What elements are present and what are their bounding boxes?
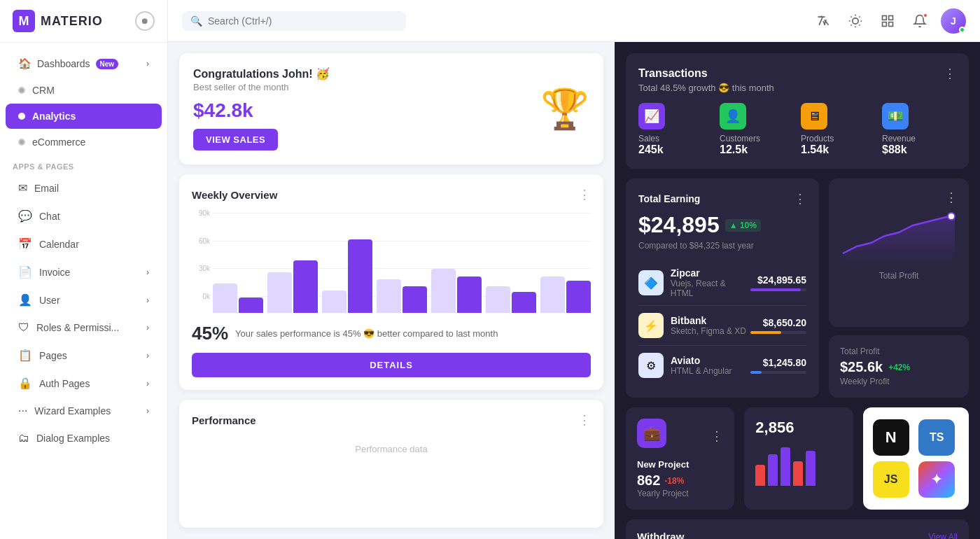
details-button[interactable]: DETAILS (192, 353, 591, 377)
bar-group (213, 284, 263, 313)
bitbank-bar (750, 331, 806, 334)
txn-sales-label: Sales (638, 134, 713, 144)
sidebar-item-crm[interactable]: CRM (6, 78, 162, 103)
sidebar-item-invoice[interactable]: 📄 Invoice › (6, 258, 162, 286)
chevron-icon: › (146, 351, 149, 360)
apps-section-label: APPS & PAGES (0, 155, 167, 174)
sidebar-item-wizard[interactable]: ··· Wizard Examples › (6, 398, 162, 424)
search-box[interactable]: 🔍 (182, 11, 406, 31)
trophy-icon: 🏆 (540, 86, 589, 132)
sales-icon: 📈 (644, 108, 659, 124)
withdraw-view-all[interactable]: View All (928, 532, 958, 540)
bar-group (322, 239, 372, 313)
sidebar-item-label: Invoice (39, 267, 70, 278)
txn-sales-value: 245k (638, 144, 713, 156)
tech-logo-figma: ✦ (918, 461, 955, 498)
svg-rect-10 (889, 15, 893, 20)
zipcar-value: $24,895.65 (750, 274, 806, 286)
bar-blue (213, 284, 237, 313)
project-menu[interactable]: ⋮ (710, 428, 723, 444)
sidebar-item-pages[interactable]: 📋 Pages › (6, 342, 162, 369)
notification-icon[interactable] (909, 10, 931, 32)
bar-blue (540, 276, 565, 313)
sidebar-item-analytics[interactable]: Analytics (6, 104, 162, 129)
aviato-bar (750, 371, 806, 374)
bitbank-name: Bitbank (671, 315, 746, 326)
sidebar-item-roles[interactable]: 🛡 Roles & Permissi... › (6, 314, 162, 341)
zipcar-tech: Vuejs, React & HTML (671, 279, 750, 298)
txn-customers-value: 12.5k (720, 144, 794, 156)
svg-line-4 (859, 24, 860, 25)
zipcar-bar-fill (750, 288, 801, 291)
bar-blue (322, 290, 346, 313)
user-icon: 👤 (18, 293, 32, 307)
avatar[interactable]: J (941, 8, 966, 34)
theme-icon[interactable] (844, 10, 867, 32)
grid-label-30: 30k (192, 265, 210, 272)
sidebar-item-email[interactable]: ✉ Email (6, 174, 162, 202)
bars (213, 209, 591, 314)
bitbank-tech: Sketch, Figma & XD (671, 326, 746, 336)
sidebar-item-user[interactable]: 👤 User › (6, 286, 162, 314)
congrats-content: Congratulations John! 🥳 Best seller of t… (193, 67, 330, 150)
profit-menu[interactable]: ⋮ (945, 190, 958, 205)
sidebar-item-label: Email (34, 183, 59, 194)
sidebar-item-chat[interactable]: 💬 Chat (6, 202, 162, 230)
sidebar-item-ecommerce[interactable]: eCommerce (6, 130, 162, 155)
sidebar: M MATERIO ⏺ 🏠 Dashboards New › CRM Analy… (0, 0, 168, 539)
bar-group (486, 286, 536, 313)
sidebar-item-calendar[interactable]: 📅 Calendar (6, 230, 162, 258)
profit-chart-label: Total Profit (840, 271, 958, 281)
translate-icon[interactable] (812, 10, 834, 32)
congrats-subtitle: Best seller of the month (193, 82, 330, 92)
earning-menu[interactable]: ⋮ (794, 191, 806, 206)
bar-blue (267, 272, 292, 313)
bitbank-info: ⚡ Bitbank Sketch, Figma & XD (638, 313, 746, 338)
grid-icon[interactable] (876, 10, 899, 32)
search-input[interactable] (208, 15, 398, 27)
transactions-card: Transactions ⋮ Total 48.5% growth 😎 this… (626, 53, 969, 169)
row-1: Congratulations John! 🥳 Best seller of t… (179, 53, 603, 164)
aviato-name: Aviato (671, 355, 732, 366)
mini-bar (780, 447, 790, 486)
roles-icon: 🛡 (18, 321, 29, 334)
txn-revenue-value: $88k (882, 144, 956, 156)
search-icon: 🔍 (190, 15, 202, 27)
txn-item-sales: 📈 Sales 245k (638, 103, 713, 156)
mini-bar (755, 465, 765, 486)
bitbank-value: $8,650.20 (750, 317, 806, 328)
chevron-icon: › (146, 295, 149, 305)
aviato-value: $1,245.80 (750, 357, 806, 368)
bar-purple (402, 286, 427, 313)
performance-menu[interactable]: ⋮ (578, 412, 591, 428)
txn-menu[interactable]: ⋮ (944, 66, 956, 81)
txn-item-products: 🖥 Products 1.54k (801, 103, 875, 156)
sidebar-item-dashboards[interactable]: 🏠 Dashboards New › (6, 50, 162, 77)
record-icon[interactable]: ⏺ (135, 11, 155, 31)
nav-dot-icon (18, 113, 25, 120)
company-row-bitbank: ⚡ Bitbank Sketch, Figma & XD $8,650.20 (638, 306, 806, 346)
sidebar-item-label: Roles & Permissi... (36, 322, 119, 333)
sidebar-item-auth[interactable]: 🔒 Auth Pages › (6, 370, 162, 397)
sidebar-item-dialog[interactable]: 🗂 Dialog Examples (6, 425, 162, 451)
bitbank-logo: ⚡ (638, 313, 664, 338)
avatar-status (959, 27, 965, 33)
mini-bar (793, 461, 803, 486)
sidebar-item-label: Analytics (32, 111, 76, 122)
bar-purple (239, 298, 263, 313)
calendar-icon: 📅 (18, 237, 32, 251)
project-icon-wrap: 💼 (637, 419, 666, 448)
sidebar-nav: 🏠 Dashboards New › CRM Analytics eCommer… (0, 43, 167, 539)
project-name: New Project (637, 459, 723, 470)
project-stats: 862 -18% (637, 472, 723, 489)
nav-dot-icon (18, 87, 25, 94)
mini-bars (755, 444, 841, 486)
weekly-menu-dots[interactable]: ⋮ (578, 187, 591, 202)
view-sales-button[interactable]: VIEW SALES (193, 129, 278, 150)
earning-title: Total Earning (638, 193, 700, 204)
svg-line-3 (851, 16, 852, 17)
new-project-card: 💼 ⋮ New Project 862 -18% Yearly Project (626, 407, 734, 510)
bar-purple (566, 281, 591, 313)
profit-chart-header: ⋮ (840, 190, 958, 205)
aviato-info: ⚙ Aviato HTML & Angular (638, 353, 732, 378)
